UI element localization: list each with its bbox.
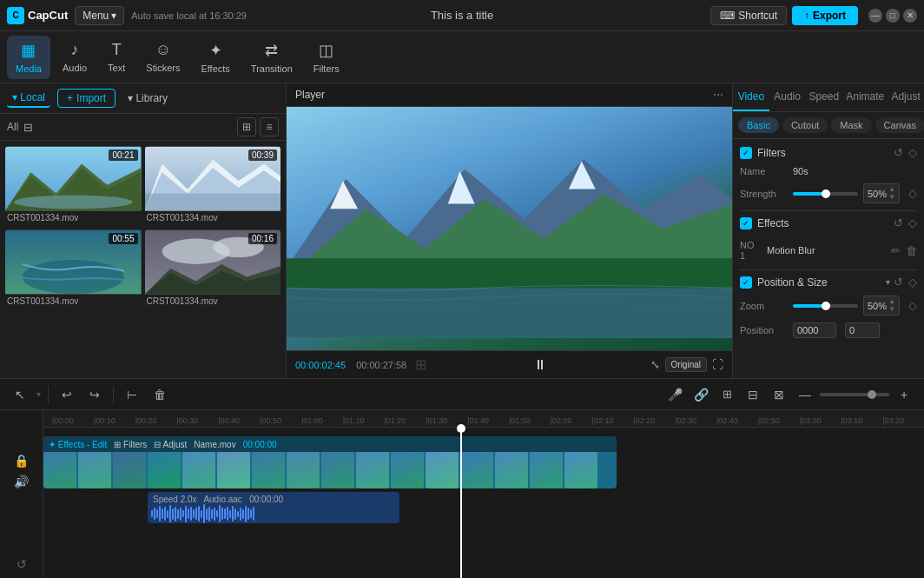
frame-3: [113, 452, 146, 488]
subtab-mask[interactable]: Mask: [831, 117, 871, 133]
tab-video[interactable]: Video: [733, 83, 769, 111]
strength-slider[interactable]: [793, 192, 858, 196]
link-button-3[interactable]: ⊟: [742, 383, 764, 406]
ruler-320: |03:20: [882, 416, 924, 425]
mic-button[interactable]: 🎤: [663, 383, 686, 406]
delete-button[interactable]: 🗑: [148, 383, 171, 406]
import-button[interactable]: + Import: [57, 89, 116, 108]
media-duration-2: 00:39: [248, 149, 277, 161]
zoom-in-button[interactable]: +: [893, 383, 915, 406]
media-item-1[interactable]: 00:21 CRST001334.mov: [5, 146, 142, 226]
player-menu-icon[interactable]: ⋯: [713, 89, 723, 101]
position-title: Position & Size: [757, 276, 886, 289]
close-button[interactable]: ✕: [903, 9, 917, 23]
local-tab[interactable]: ▾ Local: [7, 89, 50, 108]
effect-delete-button[interactable]: 🗑: [906, 244, 917, 257]
tool-effects[interactable]: ✦ Effects: [192, 36, 238, 79]
frame-7: [252, 452, 285, 488]
strength-reset-icon[interactable]: ◇: [908, 187, 917, 200]
player-canvas: [287, 107, 732, 350]
zoom-thumb[interactable]: [822, 302, 830, 310]
speaker-button[interactable]: 🔊: [14, 475, 29, 488]
tab-animate[interactable]: Animate: [842, 83, 888, 111]
link-button-1[interactable]: 🔗: [690, 383, 712, 406]
maximize-button[interactable]: □: [886, 9, 900, 23]
shortcut-button[interactable]: ⌨ Shortcut: [710, 6, 787, 25]
strength-thumb[interactable]: [822, 189, 830, 198]
position-favorite-icon[interactable]: ◇: [908, 276, 917, 289]
wave-25: [214, 508, 215, 521]
tab-audio[interactable]: Audio: [769, 83, 806, 111]
effect-edit-button[interactable]: ✏: [891, 244, 901, 257]
tool-filters[interactable]: ◫ Filters: [305, 36, 348, 79]
video-track[interactable]: ✦ Effects - Edit ⊞ Filters ⊟ Adjust Name…: [43, 436, 617, 488]
tool-transition[interactable]: ⇄ Transition: [242, 36, 301, 79]
tool-text[interactable]: T Text: [99, 36, 134, 78]
tab-adjust[interactable]: Adjust: [888, 83, 924, 111]
redo-button[interactable]: ↪: [83, 383, 106, 406]
audio-track[interactable]: Speed 2.0x Audio.aac 00:00:00: [148, 492, 399, 523]
menu-button[interactable]: Menu ▾: [75, 6, 124, 25]
position-reset-icon[interactable]: ↺: [894, 276, 903, 289]
subtab-canvas[interactable]: Canvas: [875, 117, 924, 133]
zoom-slider[interactable]: [793, 304, 858, 308]
wave-35: [240, 508, 241, 521]
strength-stepper[interactable]: ▲ ▼: [888, 186, 895, 201]
filter-strength-row: Strength 50% ▲ ▼ ◇: [740, 183, 917, 203]
media-item-2[interactable]: 00:39 CRST001334.mov: [145, 146, 281, 226]
subtab-basic[interactable]: Basic: [738, 117, 779, 133]
zoom-reset-icon[interactable]: ◇: [908, 299, 917, 312]
position-chevron[interactable]: ▾: [886, 277, 890, 287]
zoom-stepper[interactable]: ▲ ▼: [888, 298, 895, 313]
fullscreen-button[interactable]: ⛶: [712, 358, 723, 371]
select-tool-button[interactable]: ↖: [9, 383, 31, 406]
library-tab[interactable]: ▾ Library: [122, 90, 173, 107]
filters-reset-icon[interactable]: ↺: [894, 146, 903, 159]
media-item-3[interactable]: 00:55 CRST001334.mov: [5, 229, 142, 309]
zoom-out-button[interactable]: —: [794, 383, 816, 406]
all-label: All: [7, 121, 18, 133]
tool-audio[interactable]: ♪ Audio: [54, 36, 96, 78]
lock-button[interactable]: 🔒: [14, 454, 29, 468]
zoom-thumb-tl[interactable]: [868, 390, 876, 399]
undo-button[interactable]: ↩: [56, 383, 78, 406]
add-track-button[interactable]: ↺: [16, 557, 27, 571]
export-button[interactable]: ↑ Export: [792, 6, 858, 25]
media-duration-3: 00:55: [109, 233, 137, 244]
zoom-slider-tl[interactable]: [820, 393, 889, 396]
frame-6: [217, 452, 250, 488]
pos-x-value[interactable]: 0000: [793, 322, 836, 338]
pos-y-value[interactable]: 0: [845, 322, 880, 338]
tool-media[interactable]: ▦ Media: [7, 36, 50, 79]
subtab-cutout[interactable]: Cutout: [782, 117, 828, 133]
track-time: 00:00:00: [243, 440, 277, 449]
timeline-cursor[interactable]: [460, 428, 462, 578]
media-item-4[interactable]: 00:16 CRST001334.mov: [145, 229, 281, 309]
tool-stickers[interactable]: ☺ Stickers: [137, 36, 188, 78]
filter-icon: ⊟: [23, 121, 33, 134]
play-button[interactable]: ⏸: [533, 357, 547, 373]
zoom-step-down[interactable]: ▼: [888, 306, 895, 313]
step-down[interactable]: ▼: [888, 194, 895, 201]
position-checkbox[interactable]: ✓: [740, 276, 752, 289]
effects-checkbox[interactable]: ✓: [740, 217, 752, 229]
fullscreen-fit-button[interactable]: ⤡: [650, 358, 660, 371]
split-button[interactable]: ⊢: [121, 383, 143, 406]
wave-39: [250, 509, 252, 518]
filters-checkbox[interactable]: ✓: [740, 147, 752, 159]
zoom-step-up[interactable]: ▲: [888, 298, 895, 305]
link-button-2[interactable]: ⊞: [716, 383, 738, 406]
minimize-button[interactable]: —: [868, 9, 882, 23]
grid-view-button[interactable]: ⊞: [237, 117, 256, 136]
link-button-4[interactable]: ⊠: [768, 383, 790, 406]
wave-8: [169, 505, 171, 522]
effects-reset-icon[interactable]: ↺: [894, 216, 903, 229]
ruler-labels: |00:00 |00:10 |00:20 |00:30 |00:40 |00:5…: [43, 410, 924, 427]
effects-favorite-icon[interactable]: ◇: [908, 216, 917, 229]
list-view-button[interactable]: ≡: [260, 117, 279, 136]
tab-speed[interactable]: Speed: [806, 83, 843, 111]
step-up[interactable]: ▲: [888, 186, 895, 193]
filters-favorite-icon[interactable]: ◇: [908, 146, 917, 159]
frame-4: [148, 452, 181, 488]
timeline-tracks: ✦ Effects - Edit ⊞ Filters ⊟ Adjust Name…: [43, 428, 924, 578]
